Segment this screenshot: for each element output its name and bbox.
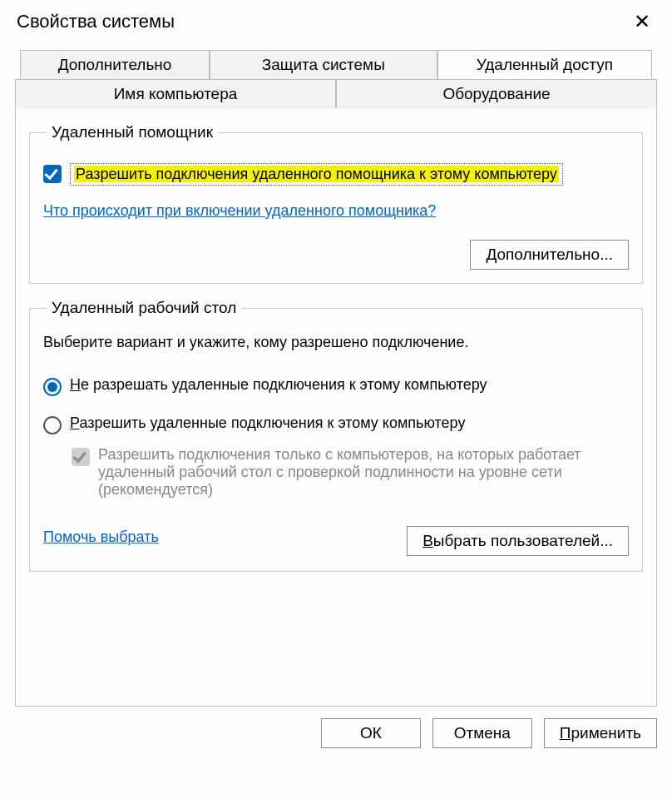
rdp-radio-allow-label: Разрешить удаленные подключения к этому …: [70, 414, 465, 432]
remote-desktop-group: Удаленный рабочий стол Выберите вариант …: [29, 299, 643, 572]
tab-hardware[interactable]: Оборудование: [336, 79, 657, 108]
allow-assistant-checkbox[interactable]: [43, 165, 62, 183]
rdp-bottom-row: Помочь выбрать Выбрать пользователей...: [43, 524, 629, 558]
titlebar: Свойства системы ✕: [0, 0, 672, 43]
rdp-radio-disallow-label: Не разрешать удаленные подключения к это…: [70, 376, 487, 394]
tab-advanced[interactable]: Дополнительно: [20, 50, 210, 79]
assistant-advanced-button[interactable]: Дополнительно...: [470, 240, 629, 270]
apply-button[interactable]: Применить: [544, 718, 657, 748]
close-icon[interactable]: ✕: [625, 8, 659, 35]
assistant-help-link[interactable]: Что происходит при включении удаленного …: [43, 202, 436, 220]
dialog-button-bar: ОК Отмена Применить: [0, 707, 672, 760]
remote-desktop-legend: Удаленный рабочий стол: [47, 299, 241, 317]
allow-assistant-label-focus: Разрешить подключения удаленного помощни…: [70, 163, 563, 186]
rdp-intro: Выберите вариант и укажите, кому разреше…: [43, 334, 629, 351]
tab-remote[interactable]: Удаленный доступ: [437, 50, 652, 79]
rdp-option-disallow-row: Не разрешать удаленные подключения к это…: [43, 376, 629, 396]
dialog-body: Дополнительно Защита системы Удаленный д…: [0, 43, 672, 707]
tab-panel-remote: Удаленный помощник Разрешить подключения…: [15, 107, 657, 707]
ok-button[interactable]: ОК: [321, 718, 421, 748]
nla-checkbox: [72, 448, 90, 466]
rdp-radio-allow[interactable]: [43, 416, 62, 434]
system-properties-window: Свойства системы ✕ Дополнительно Защита …: [0, 0, 672, 799]
rdp-help-link[interactable]: Помочь выбрать: [43, 529, 159, 546]
window-title: Свойства системы: [17, 11, 175, 32]
nla-row: Разрешить подключения только с компьютер…: [72, 446, 629, 499]
remote-assistant-legend: Удаленный помощник: [47, 123, 218, 141]
nla-label: Разрешить подключения только с компьютер…: [98, 446, 629, 499]
cancel-button[interactable]: Отмена: [432, 718, 532, 748]
rdp-option-allow-row: Разрешить удаленные подключения к этому …: [43, 414, 629, 434]
tab-computer-name[interactable]: Имя компьютера: [15, 79, 336, 108]
allow-assistant-label: Разрешить подключения удаленного помощни…: [74, 166, 559, 182]
rdp-radio-disallow[interactable]: [43, 378, 62, 396]
tab-strip: Дополнительно Защита системы Удаленный д…: [15, 50, 657, 707]
allow-assistant-row: Разрешить подключения удаленного помощни…: [43, 163, 629, 186]
tab-system-protection[interactable]: Защита системы: [210, 50, 437, 79]
select-users-button[interactable]: Выбрать пользователей...: [407, 526, 629, 556]
remote-assistant-group: Удаленный помощник Разрешить подключения…: [29, 123, 643, 284]
